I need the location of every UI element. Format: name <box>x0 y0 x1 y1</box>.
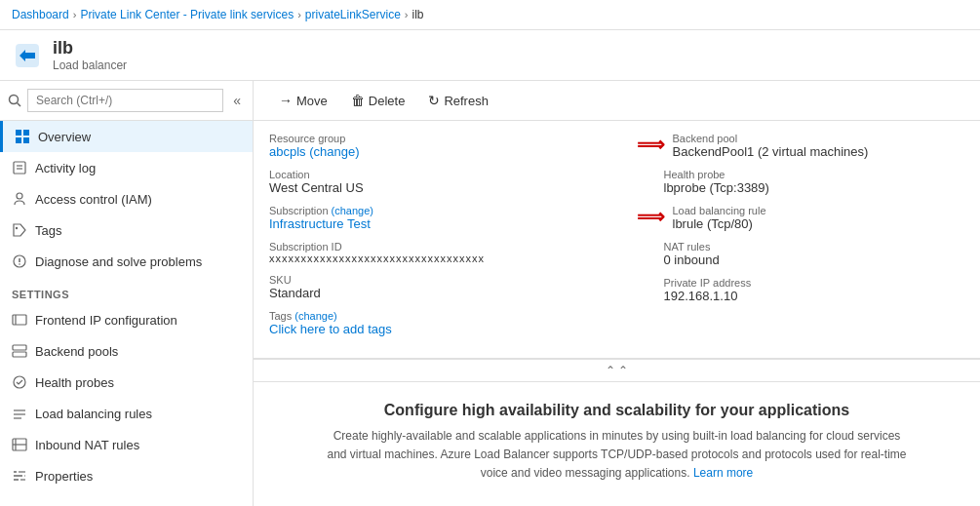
sidebar-item-properties[interactable]: Properties <box>0 460 253 491</box>
detail-private-ip-value: 192.168.1.10 <box>664 289 965 303</box>
cta-description: Create highly-available and scalable app… <box>325 427 910 484</box>
detail-tags-label: Tags (change) <box>269 310 598 322</box>
search-input[interactable] <box>27 89 223 112</box>
svg-point-1 <box>10 96 19 104</box>
backend-icon <box>12 343 27 359</box>
svg-rect-18 <box>13 352 26 357</box>
activity-log-icon <box>12 160 27 175</box>
detail-nat-rules-value: 0 inbound <box>664 253 965 267</box>
svg-rect-5 <box>16 137 21 143</box>
sidebar-item-overview-label: Overview <box>38 130 91 144</box>
svg-rect-3 <box>16 130 21 136</box>
breadcrumb-dashboard[interactable]: Dashboard <box>12 8 69 21</box>
svg-rect-7 <box>14 162 25 174</box>
refresh-icon: ↻ <box>428 93 440 108</box>
move-label: Move <box>296 94 328 108</box>
sidebar-item-diagnose[interactable]: Diagnose and solve problems <box>0 246 253 277</box>
section-collapse: ⌃ ⌃ <box>254 359 980 381</box>
sidebar-item-activity-label: Activity log <box>35 161 96 175</box>
detail-lb-rule-label: Load balancing rule <box>673 205 766 216</box>
svg-rect-15 <box>13 315 26 325</box>
delete-button[interactable]: 🗑 Delete <box>341 89 415 112</box>
detail-nat-rules: NAT rules 0 inbound <box>637 241 965 267</box>
detail-subscription-value[interactable]: Infrastructure Test <box>269 216 598 231</box>
svg-line-2 <box>18 103 21 107</box>
move-icon: → <box>279 93 293 108</box>
refresh-button[interactable]: ↻ Refresh <box>418 89 498 112</box>
svg-point-11 <box>16 227 18 229</box>
detail-subscription: Subscription (change) Infrastructure Tes… <box>269 205 598 231</box>
detail-private-ip: Private IP address 192.168.1.10 <box>637 277 965 303</box>
sidebar-item-backend-pools[interactable]: Backend pools ⟸ <box>0 335 253 367</box>
detail-resource-group: Resource group abcpls (change) <box>269 133 598 159</box>
backend-pool-arrow: ⟹ <box>637 133 665 156</box>
resource-type: Load balancer <box>53 58 127 72</box>
lb-rule-arrow: ⟹ <box>637 205 665 228</box>
tags-change[interactable]: (change) <box>294 310 336 322</box>
detail-subscription-id: Subscription ID xxxxxxxxxxxxxxxxxxxxxxxx… <box>269 241 598 264</box>
sidebar-item-frontend-ip[interactable]: Frontend IP configuration ⟸ <box>0 304 253 335</box>
resource-name: ilb <box>53 38 127 58</box>
detail-tags: Tags (change) Click here to add tags <box>269 310 598 336</box>
sidebar-item-tags[interactable]: Tags <box>0 214 253 246</box>
resource-group-change[interactable]: (change) <box>309 144 359 159</box>
sidebar-item-lb-rules-label: Load balancing rules <box>35 407 152 421</box>
cta-title: Configure high availability and scalabil… <box>293 402 941 419</box>
resource-icon <box>12 40 43 71</box>
detail-sku-label: SKU <box>269 274 598 286</box>
detail-resource-group-value[interactable]: abcpls (change) <box>269 144 598 159</box>
resource-group-link[interactable]: abcpls <box>269 144 306 159</box>
collapse-sidebar-button[interactable]: « <box>229 91 245 110</box>
refresh-label: Refresh <box>444 94 489 108</box>
learn-more-link[interactable]: Learn more <box>693 466 753 480</box>
detail-sku: SKU Standard <box>269 274 598 300</box>
svg-point-19 <box>14 376 25 388</box>
details-grid: Resource group abcpls (change) Location … <box>254 121 980 359</box>
detail-tags-value[interactable]: Click here to add tags <box>269 322 598 336</box>
toolbar: → Move 🗑 Delete ↻ Refresh <box>254 81 980 121</box>
search-icon <box>8 94 21 107</box>
svg-rect-17 <box>13 345 26 350</box>
frontend-icon <box>12 312 27 328</box>
svg-point-10 <box>17 193 22 199</box>
sidebar-item-properties-label: Properties <box>35 469 93 484</box>
detail-backend-pool-label: Backend pool <box>673 133 869 144</box>
detail-health-probe: Health probe lbprobe (Tcp:3389) <box>637 169 965 195</box>
health-icon <box>12 374 27 390</box>
breadcrumb-private-link[interactable]: Private Link Center - Private link servi… <box>80 8 294 21</box>
collapse-button[interactable]: ⌃ ⌃ <box>606 364 628 377</box>
resource-header: ilb Load balancer <box>0 30 980 81</box>
detail-subscription-id-value: xxxxxxxxxxxxxxxxxxxxxxxxxxxxxxxxxx <box>269 253 598 264</box>
detail-location: Location West Central US <box>269 169 598 195</box>
sidebar-item-frontend-label: Frontend IP configuration <box>35 313 177 328</box>
nat-icon <box>12 437 27 452</box>
detail-location-value: West Central US <box>269 180 598 195</box>
content-area: → Move 🗑 Delete ↻ Refresh Resource group… <box>254 81 980 506</box>
detail-backend-pool-value: BackendPool1 (2 virtual machines) <box>673 144 869 159</box>
move-button[interactable]: → Move <box>269 89 337 112</box>
resource-info: ilb Load balancer <box>53 38 127 72</box>
sidebar-item-access-control[interactable]: Access control (IAM) <box>0 183 253 214</box>
svg-rect-4 <box>23 130 29 136</box>
sidebar-item-backend-label: Backend pools <box>35 344 118 359</box>
details-left-col: Resource group abcpls (change) Location … <box>269 133 617 346</box>
delete-icon: 🗑 <box>351 93 365 108</box>
sidebar-item-activity-log[interactable]: Activity log <box>0 152 253 183</box>
subscription-change[interactable]: (change) <box>332 205 373 216</box>
sidebar-item-lb-rules[interactable]: Load balancing rules ⟸ <box>0 398 253 429</box>
settings-section-label: Settings <box>0 277 253 304</box>
detail-lb-rule-value: lbrule (Tcp/80) <box>673 216 766 231</box>
sidebar-item-health-probes[interactable]: Health probes <box>0 367 253 398</box>
sidebar-item-tags-label: Tags <box>35 223 61 238</box>
sidebar-item-overview[interactable]: Overview <box>0 121 253 152</box>
delete-label: Delete <box>369 94 406 108</box>
lb-rules-icon <box>12 406 27 421</box>
detail-subscription-label: Subscription (change) <box>269 205 598 216</box>
sidebar-item-nat-rules[interactable]: Inbound NAT rules <box>0 429 253 460</box>
sidebar-item-nat-label: Inbound NAT rules <box>35 438 139 452</box>
details-right-col: ⟹ Backend pool BackendPool1 (2 virtual m… <box>617 133 965 346</box>
diagnose-icon <box>12 253 27 269</box>
detail-lb-rule: ⟹ Load balancing rule lbrule (Tcp/80) <box>637 205 965 231</box>
breadcrumb-service[interactable]: privateLinkService <box>305 8 401 21</box>
cta-desc-text: Create highly-available and scalable app… <box>327 429 906 480</box>
